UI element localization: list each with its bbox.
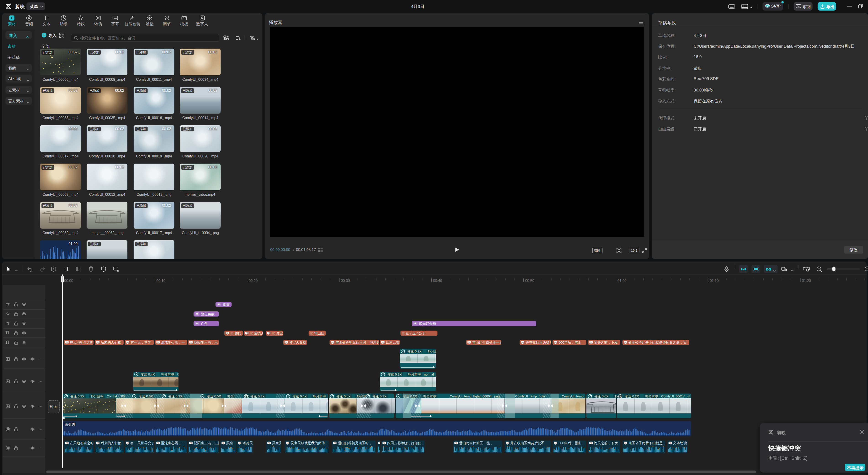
- svg-text:Aa: Aa: [126, 341, 129, 343]
- svg-text:Aa: Aa: [97, 442, 99, 444]
- svg-text:Aa: Aa: [383, 442, 385, 444]
- svg-text:Aa: Aa: [157, 442, 159, 444]
- svg-text:Aa: Aa: [97, 341, 99, 343]
- svg-text:Aa: Aa: [226, 332, 228, 334]
- svg-text:Aa: Aa: [379, 442, 380, 444]
- svg-text:Aa: Aa: [554, 442, 557, 444]
- svg-text:Aa: Aa: [222, 442, 224, 444]
- svg-text:Aa: Aa: [624, 341, 627, 343]
- svg-text:Aa: Aa: [331, 341, 334, 343]
- svg-text:Aa: Aa: [268, 332, 270, 334]
- svg-text:Aa: Aa: [506, 442, 509, 444]
- svg-text:Aa: Aa: [468, 341, 471, 343]
- svg-text:Aa: Aa: [246, 332, 248, 334]
- svg-text:Aa: Aa: [334, 442, 336, 444]
- svg-text:Aa: Aa: [554, 341, 557, 343]
- svg-text:Aa: Aa: [285, 341, 287, 343]
- svg-text:Aa: Aa: [455, 442, 457, 444]
- svg-text:Aa: Aa: [669, 442, 672, 444]
- svg-text:Aa: Aa: [268, 442, 271, 444]
- svg-text:Aa: Aa: [590, 442, 592, 444]
- svg-text:Aa: Aa: [190, 442, 192, 444]
- svg-text:Aa: Aa: [624, 442, 627, 444]
- svg-text:Aa: Aa: [287, 442, 289, 444]
- svg-text:Aa: Aa: [66, 341, 68, 343]
- svg-text:Aa: Aa: [522, 341, 524, 343]
- svg-text:Aa: Aa: [157, 341, 159, 343]
- svg-text:Aa: Aa: [590, 341, 592, 343]
- svg-text:Aa: Aa: [382, 341, 384, 343]
- svg-text:Aa: Aa: [190, 341, 192, 343]
- svg-text:Aa: Aa: [126, 442, 129, 444]
- svg-text:Aa: Aa: [239, 442, 241, 444]
- svg-text:Aa: Aa: [66, 442, 68, 444]
